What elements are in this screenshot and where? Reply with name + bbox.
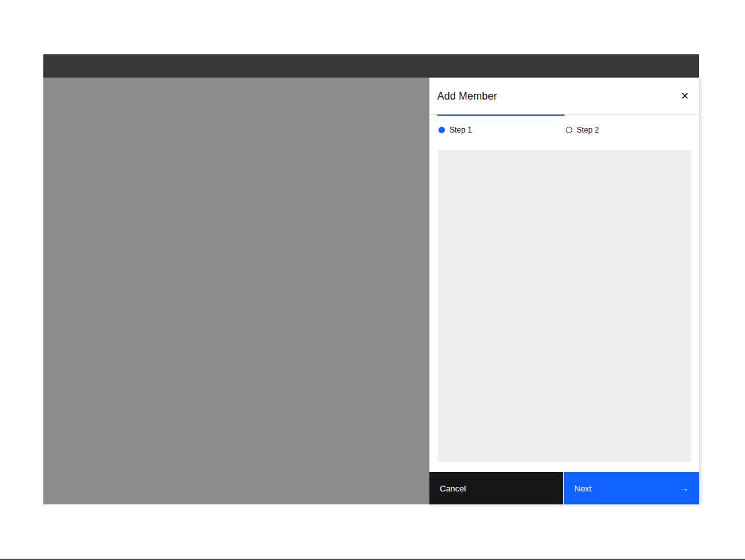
- progress-indicator: Step 1 Step 2: [437, 116, 691, 138]
- page: Add Member ✕ Step 1 Step 2 Cancel: [0, 0, 745, 560]
- progress-step-2[interactable]: Step 2: [565, 116, 692, 138]
- step-2-label: Step 2: [577, 125, 599, 135]
- app-header-bar: [43, 54, 699, 78]
- panel-footer: Cancel Next →: [429, 472, 699, 504]
- form-content-placeholder: [438, 150, 691, 462]
- progress-step-1[interactable]: Step 1: [437, 116, 565, 138]
- cancel-button[interactable]: Cancel: [429, 472, 563, 504]
- close-button[interactable]: ✕: [675, 86, 695, 107]
- next-button[interactable]: Next →: [564, 472, 699, 504]
- next-button-label: Next: [574, 484, 592, 493]
- add-member-side-panel: Add Member ✕ Step 1 Step 2 Cancel: [429, 78, 699, 504]
- step-1-label: Step 1: [449, 125, 472, 135]
- step-incomplete-icon: [566, 127, 572, 133]
- panel-header: Add Member ✕: [429, 78, 699, 115]
- arrow-right-icon: →: [680, 483, 689, 493]
- app-window: Add Member ✕ Step 1 Step 2 Cancel: [43, 54, 699, 504]
- panel-title: Add Member: [437, 91, 497, 102]
- close-icon: ✕: [680, 91, 689, 102]
- step-current-icon: [438, 127, 445, 133]
